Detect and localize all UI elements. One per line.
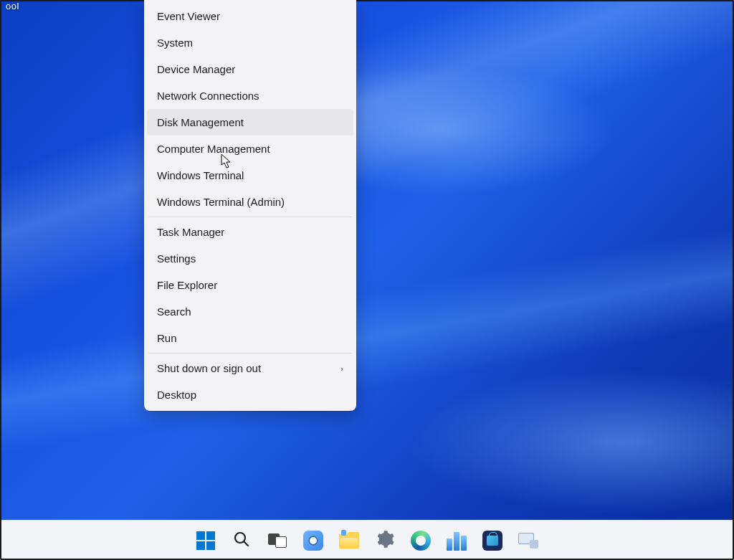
settings-button[interactable] [369,525,401,556]
menu-item-label: File Explorer [157,279,217,291]
desktop[interactable]: ool Event ViewerSystemDevice ManagerNetw… [0,0,734,520]
menu-item-device-manager[interactable]: Device Manager [147,56,353,82]
install-device-button[interactable] [513,525,544,556]
menu-item-system[interactable]: System [147,29,353,56]
menu-item-windows-terminal[interactable]: Windows Terminal [147,162,353,189]
menu-item-label: System [157,37,193,49]
microsoft-store-button[interactable] [477,525,508,556]
settings-icon [375,529,395,552]
server-manager-button[interactable] [441,525,472,556]
start-button[interactable] [190,525,221,556]
menu-item-run[interactable]: Run [147,325,353,351]
menu-separator [148,217,352,217]
menu-item-computer-management[interactable]: Computer Management [147,136,353,162]
menu-item-task-manager[interactable]: Task Manager [147,219,353,245]
extra-icon [518,533,538,549]
menu-item-label: Desktop [157,389,196,401]
menu-item-label: Task Manager [157,226,224,238]
menu-separator [148,353,352,353]
file-explorer-button[interactable] [333,525,365,556]
menu-item-label: Windows Terminal [157,169,244,181]
store-icon [482,531,502,551]
menu-item-label: Event Viewer [157,10,220,22]
menu-item-windows-terminal-admin[interactable]: Windows Terminal (Admin) [147,189,353,215]
menu-item-label: Windows Terminal (Admin) [157,196,285,208]
winx-context-menu: Event ViewerSystemDevice ManagerNetwork … [144,0,356,411]
edge-button[interactable] [405,525,437,556]
menu-item-label: Device Manager [157,63,235,75]
chat-button[interactable] [297,525,329,556]
svg-line-1 [244,541,249,546]
menu-item-disk-management[interactable]: Disk Management [147,109,353,136]
menu-item-label: Search [157,305,191,318]
menu-item-event-viewer[interactable]: Event Viewer [147,3,353,29]
menu-item-search[interactable]: Search [147,298,353,325]
edge-icon [411,531,431,551]
desktop-icon-label-fragment: ool [6,1,19,11]
menu-item-label: Network Connections [157,90,259,102]
menu-item-shut-down-or-sign-out[interactable]: Shut down or sign out› [147,355,353,381]
taskbar [0,520,734,560]
task-view-button[interactable] [262,525,293,556]
chevron-right-icon: › [340,364,343,373]
menu-item-label: Run [157,332,177,344]
servermgr-icon [447,531,467,551]
menu-item-label: Computer Management [157,143,270,155]
menu-item-label: Settings [157,252,196,265]
menu-item-file-explorer[interactable]: File Explorer [147,272,353,298]
menu-item-network-connections[interactable]: Network Connections [147,82,353,109]
explorer-icon [339,532,359,549]
chat-icon [303,531,323,551]
search-icon [233,531,250,551]
menu-item-desktop[interactable]: Desktop [147,381,353,408]
menu-item-label: Disk Management [157,116,244,128]
start-icon [196,531,215,550]
search-button[interactable] [226,525,257,556]
menu-item-label: Shut down or sign out [157,362,261,374]
taskview-icon [268,533,287,548]
menu-item-settings[interactable]: Settings [147,245,353,272]
